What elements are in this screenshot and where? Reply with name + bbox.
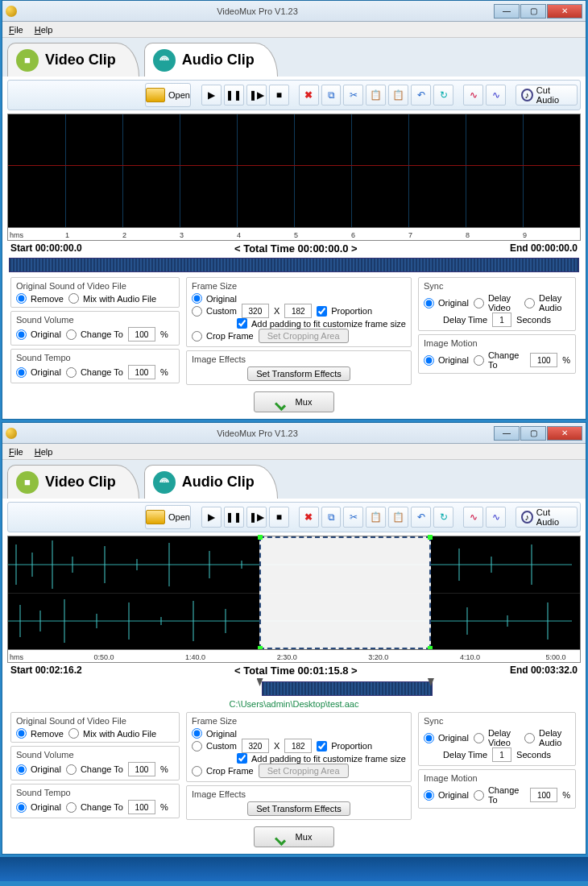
radio-crop-frame[interactable]: Crop Frame <box>192 766 254 776</box>
frame-width[interactable] <box>242 739 269 753</box>
tab-audio[interactable]: Audio Clip <box>144 43 278 77</box>
radio-motion-original[interactable]: Original <box>424 790 469 801</box>
motion-value[interactable] <box>530 788 557 802</box>
tempo-value[interactable] <box>128 800 155 814</box>
cut-button[interactable]: ✂ <box>343 85 363 106</box>
set-cropping-button[interactable]: Set Cropping Area <box>259 329 349 343</box>
paste-button[interactable]: 📋 <box>366 85 386 106</box>
undo-button[interactable]: ↶ <box>411 85 431 106</box>
radio-sync-original[interactable]: Original <box>424 733 469 743</box>
radio-tempo-original[interactable]: Original <box>16 367 61 378</box>
menu-file[interactable]: File <box>9 447 23 457</box>
radio-tempo-change[interactable]: Change To <box>66 367 123 378</box>
stop-button[interactable]: ■ <box>269 85 289 106</box>
waveform-canvas-empty[interactable] <box>8 114 580 227</box>
radio-frame-custom[interactable]: Custom <box>192 741 237 751</box>
radio-frame-original[interactable]: Original <box>192 293 237 304</box>
radio-mix[interactable]: Mix with Audio File <box>68 728 156 739</box>
paste-mix-button[interactable]: 📋 <box>388 85 408 106</box>
selection-bar[interactable] <box>262 681 433 696</box>
chk-padding[interactable]: Add padding to fit customize frame size <box>237 753 406 764</box>
radio-sync-original[interactable]: Original <box>424 298 469 308</box>
open-button[interactable]: Open <box>145 83 191 107</box>
open-button[interactable]: Open <box>145 505 191 529</box>
tab-video[interactable]: ■ Video Clip <box>7 465 139 499</box>
titlebar[interactable]: VideoMux Pro V1.23 — ▢ ✕ <box>2 423 586 444</box>
transform-effects-button[interactable]: Set Transform Effects <box>247 366 350 381</box>
redo-button[interactable]: ↻ <box>433 507 453 528</box>
chk-padding[interactable]: Add padding to fit customize frame size <box>237 318 406 329</box>
step-button[interactable]: ❚▶ <box>246 85 267 106</box>
wave-red-button[interactable]: ∿ <box>463 507 483 528</box>
radio-mix[interactable]: Mix with Audio File <box>68 293 156 304</box>
pause-button[interactable]: ❚❚ <box>224 85 244 106</box>
copy-button[interactable]: ⧉ <box>321 85 342 106</box>
waveform-canvas-loaded[interactable] <box>8 536 580 649</box>
radio-tempo-original[interactable]: Original <box>16 802 61 813</box>
frame-height[interactable] <box>284 739 312 753</box>
radio-tempo-change[interactable]: Change To <box>66 802 123 813</box>
wave-blue-button[interactable]: ∿ <box>486 85 506 106</box>
wave-blue-button[interactable]: ∿ <box>486 507 506 528</box>
cut-audio-button[interactable]: ♪ Cut Audio <box>516 507 578 528</box>
play-button[interactable]: ▶ <box>201 85 222 106</box>
undo-button[interactable]: ↶ <box>411 507 431 528</box>
menu-file[interactable]: File <box>9 25 23 35</box>
radio-motion-change[interactable]: Change To <box>474 350 525 370</box>
tempo-value[interactable] <box>128 365 155 379</box>
maximize-button[interactable]: ▢ <box>520 426 546 441</box>
vol-value[interactable] <box>128 762 155 776</box>
radio-delay-audio[interactable]: Delay Audio <box>524 728 570 747</box>
paste-button[interactable]: 📋 <box>366 507 386 528</box>
selection-bar[interactable] <box>9 258 579 272</box>
delete-button[interactable]: ✖ <box>299 507 319 528</box>
tab-video[interactable]: ■ Video Clip <box>7 43 139 77</box>
mux-button[interactable]: Mux <box>254 826 334 847</box>
menu-help[interactable]: Help <box>35 25 53 35</box>
minimize-button[interactable]: — <box>494 426 520 441</box>
transform-effects-button[interactable]: Set Transform Effects <box>247 801 350 816</box>
delay-time[interactable] <box>492 313 511 327</box>
set-cropping-button[interactable]: Set Cropping Area <box>259 764 349 778</box>
vol-value[interactable] <box>128 327 155 342</box>
selection-region[interactable] <box>259 536 431 649</box>
radio-remove[interactable]: Remove <box>16 728 64 739</box>
frame-height[interactable] <box>284 304 312 318</box>
pause-button[interactable]: ❚❚ <box>224 507 244 528</box>
radio-crop-frame[interactable]: Crop Frame <box>192 331 254 342</box>
mux-button[interactable]: Mux <box>254 391 334 412</box>
maximize-button[interactable]: ▢ <box>520 4 546 19</box>
step-button[interactable]: ❚▶ <box>246 507 267 528</box>
chk-proportion[interactable]: Proportion <box>317 741 372 751</box>
paste-mix-button[interactable]: 📋 <box>388 507 408 528</box>
close-button[interactable]: ✕ <box>547 426 582 441</box>
radio-frame-original[interactable]: Original <box>192 728 237 739</box>
radio-vol-original[interactable]: Original <box>16 329 61 340</box>
cut-button[interactable]: ✂ <box>343 507 363 528</box>
tab-audio[interactable]: Audio Clip <box>144 465 278 499</box>
motion-value[interactable] <box>530 353 557 367</box>
titlebar[interactable]: VideoMux Pro V1.23 — ▢ ✕ <box>2 1 586 22</box>
radio-delay-video[interactable]: Delay Video <box>474 293 520 313</box>
delete-button[interactable]: ✖ <box>299 85 319 106</box>
waveform-area[interactable]: hms 1 2 3 4 5 6 7 8 9 <box>7 114 581 241</box>
menu-help[interactable]: Help <box>35 447 53 457</box>
radio-remove[interactable]: Remove <box>16 293 64 304</box>
radio-delay-audio[interactable]: Delay Audio <box>524 293 570 313</box>
taskbar[interactable] <box>0 857 588 881</box>
waveform-area[interactable]: hms 0:50.0 1:40.0 2:30.0 3:20.0 4:10.0 5… <box>7 536 581 663</box>
radio-frame-custom[interactable]: Custom <box>192 306 237 317</box>
radio-vol-change[interactable]: Change To <box>66 764 123 775</box>
redo-button[interactable]: ↻ <box>433 85 453 106</box>
stop-button[interactable]: ■ <box>269 507 289 528</box>
radio-vol-original[interactable]: Original <box>16 764 61 775</box>
cut-audio-button[interactable]: ♪ Cut Audio <box>516 85 578 106</box>
radio-motion-original[interactable]: Original <box>424 355 469 366</box>
play-button[interactable]: ▶ <box>201 507 222 528</box>
radio-motion-change[interactable]: Change To <box>474 785 525 805</box>
minimize-button[interactable]: — <box>494 4 520 19</box>
chk-proportion[interactable]: Proportion <box>317 306 372 317</box>
wave-red-button[interactable]: ∿ <box>463 85 483 106</box>
radio-delay-video[interactable]: Delay Video <box>474 728 520 747</box>
delay-time[interactable] <box>492 747 511 762</box>
